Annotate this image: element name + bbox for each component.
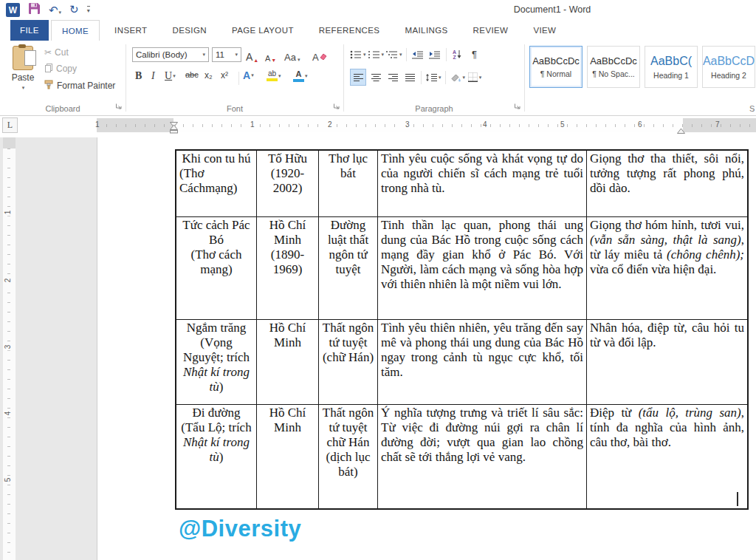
cell-art[interactable]: Giọng thơ tha thiết, sôi nổi, tưởng tượn… xyxy=(587,151,747,217)
align-right-button[interactable] xyxy=(385,69,400,85)
scissors-icon: ✂ xyxy=(44,47,52,58)
window-title: Document1 - Word xyxy=(348,4,756,15)
underline-button[interactable]: U▾ xyxy=(165,70,176,82)
horizontal-ruler[interactable]: 11234567 xyxy=(97,118,756,132)
cell-author[interactable]: Hồ Chí Minh xyxy=(257,405,319,508)
cell-form[interactable]: Thơ lục bát xyxy=(319,151,378,217)
clipboard-dialog-launcher-icon[interactable] xyxy=(115,99,122,112)
cut-button[interactable]: ✂ Cut xyxy=(44,47,115,58)
sort-button[interactable]: AZ xyxy=(450,47,465,62)
borders-button[interactable]: ▾ xyxy=(467,69,482,85)
poem-subtitle: (Thơ Cáchmạng) xyxy=(179,166,253,196)
tab-home[interactable]: HOME xyxy=(51,20,100,41)
cell-title[interactable]: Đi đường(Tẩu Lộ; trích Nhật kí trong tù) xyxy=(176,405,257,508)
line-spacing-button[interactable]: ▾ xyxy=(425,69,441,85)
strikethrough-button[interactable]: abc xyxy=(185,70,199,79)
style-card-heading1[interactable]: AaBbC( Heading 1 xyxy=(645,46,698,88)
save-icon[interactable] xyxy=(28,2,41,18)
right-indent-marker[interactable] xyxy=(677,124,685,137)
tab-references[interactable]: REFERENCES xyxy=(309,20,391,41)
paragraph-group-label: Paragraph xyxy=(344,104,524,113)
customize-qat-icon[interactable]: ▾ xyxy=(87,6,90,14)
cell-form[interactable]: Thất ngôn tứ tuyệt chữ Hán (dịch lục bát… xyxy=(319,405,378,508)
ruler-number: 5 xyxy=(4,477,12,484)
cell-title[interactable]: Tức cảch Pác Bó(Thơ cách mạng) xyxy=(176,217,257,320)
shading-button[interactable]: ▾ xyxy=(450,69,466,85)
cell-content[interactable]: Tình yêu thiên nhiên, yêu trăng đến say … xyxy=(378,320,587,405)
justify-button[interactable] xyxy=(402,69,417,85)
align-left-button[interactable] xyxy=(350,69,366,86)
bold-button[interactable]: B xyxy=(135,70,142,82)
font-size-select[interactable]: 11▾ xyxy=(212,47,241,62)
tab-design[interactable]: DESIGN xyxy=(162,20,217,41)
tab-page-layout[interactable]: PAGE LAYOUT xyxy=(221,20,304,41)
font-color-button[interactable]: A▾ xyxy=(293,70,308,82)
poem-title: Ngắm trăng xyxy=(179,321,253,335)
clear-formatting-button[interactable]: A xyxy=(312,47,327,64)
text-highlight-button[interactable]: ab▾ xyxy=(267,70,281,81)
italic-button[interactable]: I xyxy=(151,70,155,82)
cell-title[interactable]: Khi con tu hú(Thơ Cáchmạng) xyxy=(176,151,257,217)
undo-button[interactable]: ↶▾ xyxy=(49,4,61,17)
copy-button[interactable]: Copy xyxy=(44,63,115,75)
paste-button[interactable]: Paste ▾ xyxy=(6,46,40,91)
cell-form[interactable]: Đường luật thất ngôn tứ tuyệt xyxy=(319,217,378,320)
ruler-number: 6 xyxy=(636,120,644,129)
clipboard-group-label: Clipboard xyxy=(0,104,126,113)
document-page[interactable]: Khi con tu hú(Thơ Cáchmạng)Tố Hữu (1920-… xyxy=(97,137,756,560)
redo-button[interactable]: ↻ xyxy=(69,4,79,16)
style-card-heading2[interactable]: AaBbCcD Heading 2 xyxy=(702,46,755,88)
style-card-normal[interactable]: AaBbCcDc ¶ Normal xyxy=(529,46,583,88)
cell-art[interactable]: Nhân hóa, điệp từ, câu hỏi tu từ và đối … xyxy=(587,320,747,405)
poem-subtitle: (Thơ cách mạng) xyxy=(179,247,253,277)
cell-content[interactable]: Ý nghĩa tượng trưng và triết lí sâu sắc:… xyxy=(378,405,587,508)
cell-art[interactable]: Giọng thơ hóm hỉnh, tươi vui, (vẫn sẵn s… xyxy=(587,217,747,320)
font-dialog-launcher-icon[interactable] xyxy=(333,99,340,112)
paragraph-group: ▾ ▾ ▾ AZ ¶ ▾ ▾ ▾ Paragraph xyxy=(344,41,524,115)
align-center-button[interactable] xyxy=(368,69,383,85)
style-preview: AaBbC( xyxy=(650,55,692,68)
ribbon: Paste ▾ ✂ Cut Copy Format Painter Clipbo… xyxy=(0,41,756,116)
vertical-ruler[interactable]: 12345 xyxy=(3,137,16,560)
cell-content[interactable]: Tình yêu cuộc sống và khát vọng tự do củ… xyxy=(378,151,587,217)
cell-author[interactable]: Hồ Chí Minh xyxy=(257,320,319,405)
ruler-number: 1 xyxy=(249,120,256,129)
tab-file[interactable]: FILE xyxy=(10,20,49,41)
cell-author[interactable]: Tố Hữu (1920-2002) xyxy=(257,151,319,217)
numbering-button[interactable]: ▾ xyxy=(368,47,385,62)
cell-title[interactable]: Ngắm trăng(Vọng Nguyệt; trích Nhật kí tr… xyxy=(176,320,257,405)
tab-view[interactable]: VIEW xyxy=(523,20,566,41)
ruler-number: 5 xyxy=(559,120,566,129)
style-preview: AaBbCcDc xyxy=(590,55,637,66)
shrink-font-button[interactable]: A▼ xyxy=(265,47,276,64)
tab-mailings[interactable]: MAILINGS xyxy=(394,20,458,41)
superscript-button[interactable]: x² xyxy=(221,70,228,81)
multilevel-list-button[interactable]: ▾ xyxy=(386,47,402,62)
subscript-button[interactable]: x₂ xyxy=(205,70,213,81)
decrease-indent-button[interactable] xyxy=(410,47,425,62)
tab-review[interactable]: REVIEW xyxy=(463,20,519,41)
increase-indent-button[interactable] xyxy=(427,47,442,62)
style-name: ¶ Normal xyxy=(540,69,571,78)
text-effects-button[interactable]: A▾ xyxy=(243,70,254,81)
cell-content[interactable]: Tinh thần lạc quan, phong thái ung dung … xyxy=(378,217,587,320)
paragraph-dialog-launcher-icon[interactable] xyxy=(514,99,520,112)
cell-author[interactable]: Hồ Chí Minh (1890-1969) xyxy=(257,217,319,320)
eraser-icon xyxy=(320,49,327,63)
grow-font-button[interactable]: A▲ xyxy=(246,47,258,64)
font-family-select[interactable]: Calibri (Body)▾ xyxy=(132,47,209,62)
clipboard-group: Paste ▾ ✂ Cut Copy Format Painter Clipbo… xyxy=(0,41,126,115)
pilcrow-button[interactable]: ¶ xyxy=(467,47,482,62)
style-card-no-spacing[interactable]: AaBbCcDc ¶ No Spac... xyxy=(587,46,640,88)
cell-art[interactable]: Điệp từ (tẩu lộ, trùng san), tính đa ngh… xyxy=(587,405,747,508)
tab-selector[interactable]: L xyxy=(2,117,18,133)
change-case-button[interactable]: Aa▾ xyxy=(284,47,300,64)
bullets-button[interactable]: ▾ xyxy=(350,47,366,62)
hanging-indent-marker[interactable] xyxy=(170,123,178,137)
cut-label: Cut xyxy=(55,47,69,58)
tab-insert[interactable]: INSERT xyxy=(104,20,157,41)
cell-form[interactable]: Thất ngôn tứ tuyệt (chữ Hán) xyxy=(319,320,378,405)
poetry-table[interactable]: Khi con tu hú(Thơ Cáchmạng)Tố Hữu (1920-… xyxy=(175,149,749,510)
ruler-number: 3 xyxy=(4,344,12,351)
format-painter-button[interactable]: Format Painter xyxy=(44,80,115,92)
